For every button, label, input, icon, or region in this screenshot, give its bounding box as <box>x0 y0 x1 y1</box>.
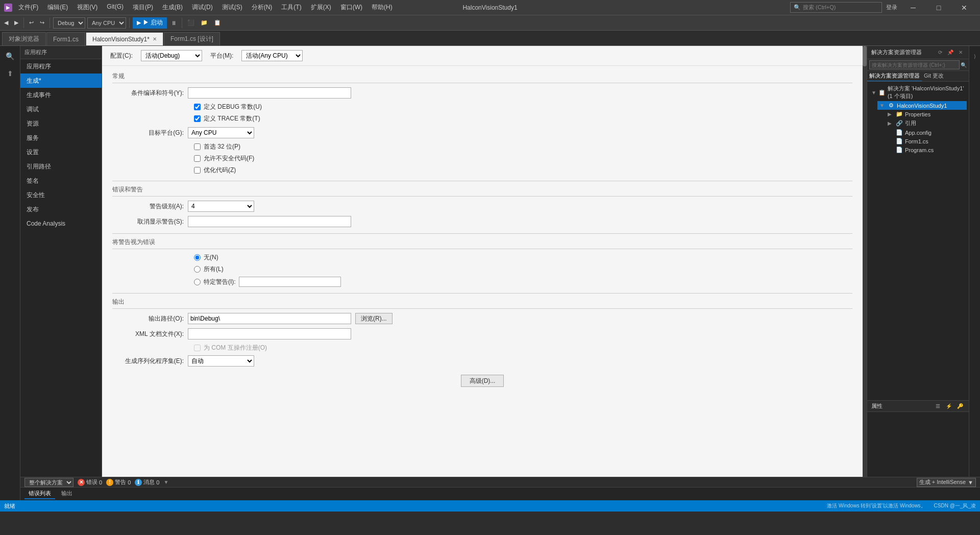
menu-edit[interactable]: 编辑(E) <box>43 2 72 13</box>
warnings-specific-radio[interactable] <box>194 279 201 285</box>
sidebar-item-resources[interactable]: 资源 <box>20 116 102 131</box>
menu-view[interactable]: 视图(V) <box>73 2 102 13</box>
back-button[interactable]: ◀ <box>2 17 10 29</box>
left-icon-git[interactable]: ⬆ <box>2 65 18 82</box>
error-list-tab[interactable]: 错误列表 <box>24 489 55 499</box>
output-tab[interactable]: 输出 <box>57 489 77 499</box>
panel-sync-icon[interactable]: ⟳ <box>936 48 944 57</box>
warnings-none-radio[interactable] <box>194 254 201 261</box>
warnings-all-radio[interactable] <box>194 266 201 273</box>
filter-icon[interactable]: ▼ <box>163 479 168 485</box>
right-outer-icon[interactable]: ⟩ <box>967 48 981 64</box>
tab-halcon-study[interactable]: HalconVisionStudy1* ✕ <box>86 32 163 45</box>
serialization-select[interactable]: 自动 <box>188 355 254 367</box>
tree-properties[interactable]: ▶ 📁 Properties <box>886 110 967 118</box>
menu-help[interactable]: 帮助(H) <box>368 2 397 13</box>
scroll-thumb[interactable] <box>863 46 867 66</box>
menu-file[interactable]: 文件(F) <box>14 2 42 13</box>
tree-references[interactable]: ▶ 🔗 引用 <box>886 118 967 128</box>
tree-program[interactable]: 📄 Program.cs <box>886 145 967 154</box>
menu-analyze[interactable]: 分析(N) <box>248 2 277 13</box>
sidebar-item-code-analysis[interactable]: Code Analysis <box>20 216 102 231</box>
define-debug-checkbox[interactable] <box>194 104 201 110</box>
prop-grid-icon[interactable]: ☰ <box>933 402 942 411</box>
tab-form1-design[interactable]: Form1.cs [设计] <box>164 32 220 45</box>
solution-explorer-tab[interactable]: 解决方案资源管理器 <box>867 71 922 81</box>
redo-button[interactable]: ↪ <box>38 17 46 29</box>
conditional-input[interactable] <box>188 87 351 99</box>
left-icon-search[interactable]: 🔍 <box>2 48 18 64</box>
xml-doc-input[interactable] <box>188 328 351 339</box>
define-trace-checkbox[interactable] <box>194 115 201 122</box>
sidebar-item-services[interactable]: 服务 <box>20 131 102 145</box>
sidebar-item-signing[interactable]: 签名 <box>20 174 102 188</box>
solution-search-input[interactable] <box>869 60 960 69</box>
platform-select[interactable]: 活动(Any CPU) <box>241 50 303 61</box>
sidebar-item-debug[interactable]: 调试 <box>20 102 102 116</box>
toolbar-extra-2[interactable]: 📁 <box>199 17 210 29</box>
prefer32-checkbox[interactable] <box>194 143 201 150</box>
attach-button[interactable]: ⏸ <box>169 17 179 29</box>
tree-appconfig[interactable]: 📄 App.config <box>886 128 967 137</box>
com-interop-checkbox[interactable] <box>194 345 201 351</box>
tree-solution[interactable]: ▼ 📋 解决方案 'HalconVisionStudy1' (1 个项目) <box>869 84 967 101</box>
define-debug-label: 定义 DEBUG 常数(U) <box>204 103 262 111</box>
undo-button[interactable]: ↩ <box>27 17 36 29</box>
forward-button[interactable]: ▶ <box>12 17 20 29</box>
toolbar-extra-3[interactable]: 📋 <box>212 17 223 29</box>
config-dropdown[interactable]: Debug <box>53 17 85 29</box>
content-scrollbar[interactable] <box>863 46 867 477</box>
tab-form1-cs[interactable]: Form1.cs <box>46 32 85 45</box>
prop-sort-icon[interactable]: ⚡ <box>944 402 953 411</box>
error-counts: ✕ 错误 0 ! 警告 0 ℹ 消息 0 ▼ <box>78 478 168 486</box>
sidebar-item-settings[interactable]: 设置 <box>20 145 102 159</box>
suppress-warnings-input[interactable] <box>188 216 351 227</box>
login-text[interactable]: 登录 <box>886 4 897 11</box>
tree-form1[interactable]: 📄 Form1.cs <box>886 137 967 145</box>
warnings-specific-input[interactable] <box>239 277 341 287</box>
build-dropdown[interactable]: 生成 + IntelliSense ▼ <box>917 478 976 487</box>
menu-tools[interactable]: 工具(T) <box>277 2 305 13</box>
menu-window[interactable]: 窗口(W) <box>336 2 366 13</box>
menu-project[interactable]: 项目(P) <box>129 2 157 13</box>
menu-test[interactable]: 测试(S) <box>218 2 247 13</box>
menu-git[interactable]: Git(G) <box>103 2 128 13</box>
prop-key-icon[interactable]: 🔑 <box>955 402 965 411</box>
tree-project[interactable]: ▼ ⚙ HalconVisionStudy1 <box>877 101 967 110</box>
git-changes-tab[interactable]: Git 更改 <box>922 71 946 81</box>
panel-pin-icon[interactable]: 📌 <box>946 48 954 57</box>
warnings-specific-label: 特定警告(I): <box>204 278 236 286</box>
optimize-checkbox[interactable] <box>194 167 201 174</box>
tab-object-browser[interactable]: 对象浏览器 <box>2 32 46 45</box>
solution-tree: ▼ 📋 解决方案 'HalconVisionStudy1' (1 个项目) ▼ … <box>867 82 969 400</box>
panel-close-icon[interactable]: ✕ <box>957 48 965 57</box>
advanced-button[interactable]: 高级(D)... <box>461 375 504 387</box>
sidebar-item-security[interactable]: 安全性 <box>20 188 102 202</box>
toolbar-extra-1[interactable]: ⬛ <box>185 17 197 29</box>
unsafe-code-checkbox[interactable] <box>194 155 201 162</box>
global-search-box[interactable]: 🔍 搜索 (Ctrl+Q) <box>790 2 882 13</box>
run-button[interactable]: ▶ ▶ 启动 <box>133 17 167 29</box>
sidebar-item-publish[interactable]: 发布 <box>20 202 102 216</box>
platform-dropdown[interactable]: Any CPU <box>87 17 126 29</box>
sidebar-header: 应用程序 <box>20 46 102 59</box>
menu-build[interactable]: 生成(B) <box>158 2 187 13</box>
sidebar-item-build[interactable]: 生成* <box>20 74 102 88</box>
output-path-input[interactable] <box>188 313 351 324</box>
sidebar-item-build-events[interactable]: 生成事件 <box>20 88 102 102</box>
sidebar-item-app[interactable]: 应用程序 <box>20 59 102 74</box>
error-scope-dropdown[interactable]: 整个解决方案 <box>24 478 74 487</box>
output-title: 输出 <box>112 298 852 309</box>
warning-level-select[interactable]: 4 <box>188 201 254 212</box>
sidebar-item-ref-paths[interactable]: 引用路径 <box>20 159 102 174</box>
menu-debug[interactable]: 调试(D) <box>188 2 217 13</box>
menu-extensions[interactable]: 扩展(X) <box>307 2 335 13</box>
close-button[interactable]: ✕ <box>952 0 976 15</box>
browse-button[interactable]: 浏览(R)... <box>355 313 393 324</box>
maximize-button[interactable]: □ <box>927 0 950 15</box>
config-select[interactable]: 活动(Debug) <box>141 50 202 61</box>
minimize-button[interactable]: ─ <box>901 0 925 15</box>
tab-close-icon[interactable]: ✕ <box>153 36 157 42</box>
target-platform-select[interactable]: Any CPU <box>188 127 254 138</box>
solution-icon: 📋 <box>878 89 886 96</box>
